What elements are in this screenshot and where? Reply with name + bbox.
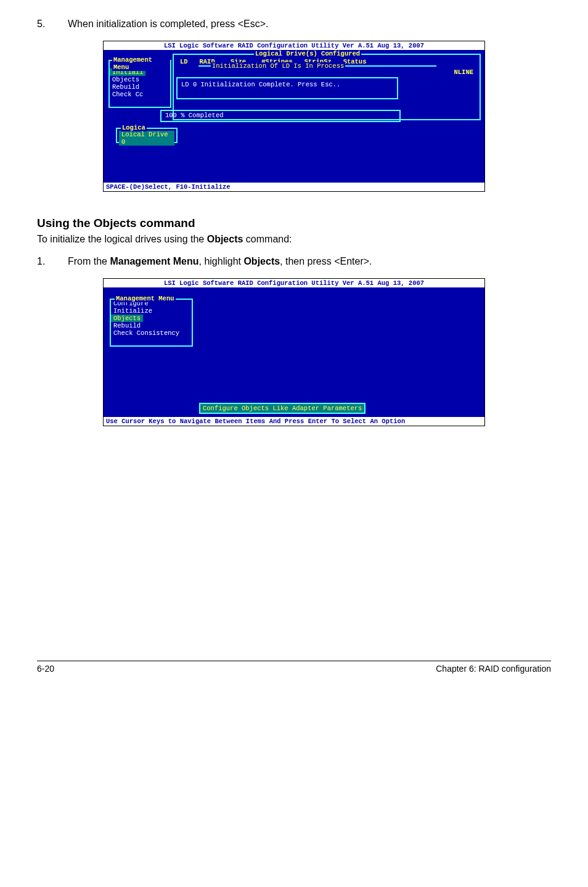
menu-objects-selected[interactable]: Objects [111,315,143,322]
util-footer-hint-2: Use Cursor Keys to Navigate Between Item… [104,417,484,426]
menu-initialize-2[interactable]: Initialize [111,307,192,315]
screenshot-init-complete: LSI Logic Software RAID Configuration Ut… [103,41,485,192]
progress-text: 100 % Completed [165,112,224,119]
logical-drive-list-box: Logica Loical Drive 0 [116,128,178,143]
t3: , highlight [198,256,243,266]
section-intro: To initialize the logical drives using t… [37,234,551,245]
logical-drives-title: Logical Drive(s) Configured [254,50,361,57]
progress-box: 100 % Completed [160,110,401,122]
management-menu-title-2: Management Menu [115,295,176,302]
util-footer-hint: SPACE-(De)Select, F10-Initialize [104,183,484,191]
management-menu-box-2[interactable]: Management Menu Configure Initialize Obj… [110,299,193,347]
step-number: 1. [37,256,68,267]
screenshot-objects-menu: LSI Logic Software RAID Configuration Ut… [103,278,485,426]
step-text: From the Management Menu, highlight Obje… [68,256,551,267]
t1: From the [68,256,110,266]
t2: Management Menu [110,256,198,266]
t4: Objects [243,256,280,266]
menu-objects[interactable]: Objects [110,76,170,83]
intro-pre: To initialize the logical drives using t… [37,234,207,244]
menu-check-consistency[interactable]: Check Cc [110,91,170,98]
menu-rebuild[interactable]: Rebuild [110,83,170,91]
util-titlebar: LSI Logic Software RAID Configuration Ut… [104,41,484,50]
menu-rebuild-2[interactable]: Rebuild [111,322,192,329]
configure-objects-prompt: Configure Objects Like Adapter Parameter… [199,403,365,414]
step-text: When initialization is completed, press … [68,19,551,30]
step-1: 1. From the Management Menu, highlight O… [37,256,551,267]
intro-post: command: [243,234,292,244]
chapter-label: Chapter 6: RAID configuration [436,664,551,674]
logical-drive-0[interactable]: Loical Drive 0 [119,131,174,146]
page-number: 6-20 [37,664,54,674]
intro-bold: Objects [207,234,243,244]
section-heading: Using the Objects command [37,217,551,230]
prompt-container: Configure Objects Like Adapter Parameter… [199,405,365,412]
step-number: 5. [37,19,68,30]
init-complete-box: LD 0 Initialization Complete. Press Esc.… [176,77,398,99]
page-footer: 6-20 Chapter 6: RAID configuration [37,661,551,674]
logica-title: Logica [121,124,147,131]
t5: , then press <Enter>. [280,256,372,266]
management-menu-title: Management Menu [112,56,170,71]
init-complete-message: LD 0 Initialization Complete. Press Esc.… [181,81,340,88]
init-process-label: Initialization Of LD Is In Process [211,62,345,70]
step-5: 5. When initialization is completed, pre… [37,19,551,30]
menu-check-2[interactable]: Check Consistency [111,329,192,337]
util-titlebar-2: LSI Logic Software RAID Configuration Ut… [104,279,484,287]
management-menu-box[interactable]: Management Menu Configure Initiali Objec… [108,60,171,108]
nline-label: NLINE [454,68,473,76]
